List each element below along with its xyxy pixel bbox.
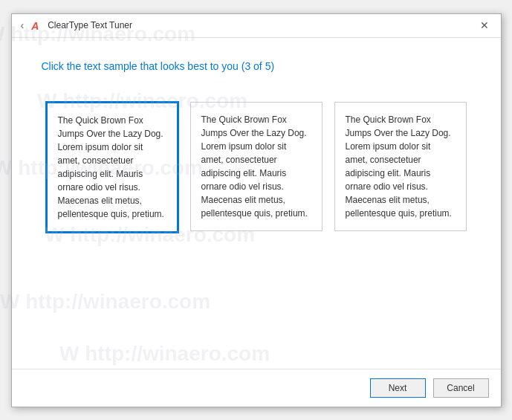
window-title: ClearType Text Tuner xyxy=(48,20,132,30)
title-bar: ‹ A ClearType Text Tuner ✕ xyxy=(12,14,501,38)
next-button[interactable]: Next xyxy=(370,378,426,398)
instruction-text: Click the text sample that looks best to… xyxy=(42,60,471,72)
samples-container: The Quick Brown Fox Jumps Over the Lazy … xyxy=(42,94,471,354)
main-content: Click the text sample that looks best to… xyxy=(12,38,501,369)
sample-text-2: The Quick Brown Fox Jumps Over the Lazy … xyxy=(201,114,308,219)
title-bar-left: ‹ A ClearType Text Tuner xyxy=(18,18,133,33)
footer: Next Cancel xyxy=(12,369,501,407)
main-window: ‹ A ClearType Text Tuner ✕ Click the tex… xyxy=(11,13,502,407)
cleartype-icon: A xyxy=(31,20,39,32)
close-button[interactable]: ✕ xyxy=(474,15,495,36)
sample-card-1[interactable]: The Quick Brown Fox Jumps Over the Lazy … xyxy=(46,102,178,233)
cancel-button[interactable]: Cancel xyxy=(433,378,489,398)
sample-text-3: The Quick Brown Fox Jumps Over the Lazy … xyxy=(346,114,452,219)
sample-card-2[interactable]: The Quick Brown Fox Jumps Over the Lazy … xyxy=(190,102,323,231)
app-icon: A xyxy=(31,19,43,31)
sample-card-3[interactable]: The Quick Brown Fox Jumps Over the Lazy … xyxy=(334,102,467,231)
back-button[interactable]: ‹ xyxy=(18,18,27,33)
sample-text-1: The Quick Brown Fox Jumps Over the Lazy … xyxy=(58,115,164,219)
